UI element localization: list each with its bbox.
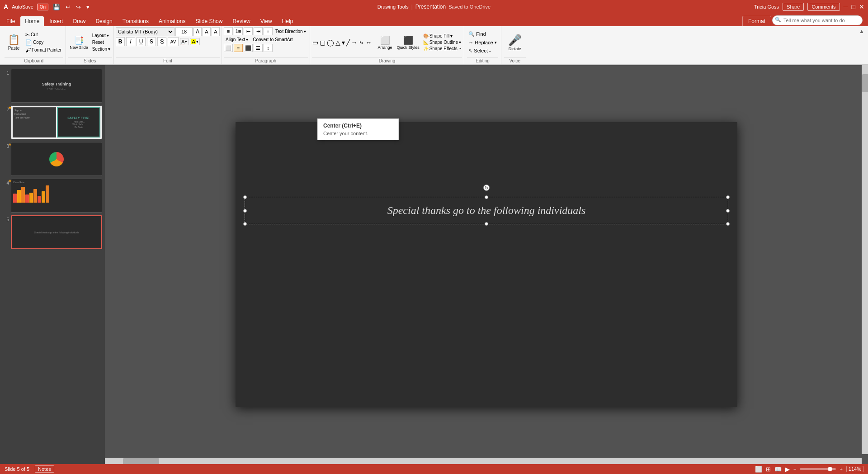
slide-item-1[interactable]: 1 Safety Training FABRICS, LLC (3, 69, 102, 103)
handle-ml[interactable] (243, 209, 247, 213)
autosave-toggle[interactable]: On (37, 4, 48, 10)
align-text-button[interactable]: Align Text▾ (224, 36, 250, 43)
char-spacing-button[interactable]: AV (168, 37, 179, 46)
shape-fill-button[interactable]: 🎨Shape Fill▾ (422, 33, 462, 39)
font-name-select[interactable]: Calisto MT (Body) (116, 27, 175, 36)
rect-tool[interactable]: ▭ (312, 38, 319, 47)
view-slide-sorter-icon[interactable]: ⊞ (766, 466, 771, 473)
handle-bl[interactable] (243, 222, 247, 226)
restore-button[interactable]: □ (852, 3, 855, 10)
save-icon[interactable]: 💾 (52, 3, 61, 11)
vertical-scrollbar[interactable] (862, 65, 868, 454)
minimize-button[interactable]: ─ (844, 3, 848, 10)
shape-outline-button[interactable]: 📐Shape Outline▾ (422, 39, 462, 45)
handle-bm[interactable] (485, 222, 488, 226)
user-name[interactable]: Tricia Goss (754, 4, 779, 9)
tab-insert[interactable]: Insert (45, 16, 67, 26)
slide-thumb-2[interactable]: Sign In Find a Seat Take out Paper SAFET… (11, 105, 102, 139)
shadow-button[interactable]: S (157, 37, 166, 46)
decrease-indent-button[interactable]: ⇤ (244, 27, 253, 35)
tab-slideshow[interactable]: Slide Show (191, 16, 227, 26)
handle-tm[interactable] (485, 195, 488, 199)
round-rect-tool[interactable]: ▢ (319, 38, 326, 47)
share-button[interactable]: Share (783, 3, 804, 11)
shape-effects-button[interactable]: ✨Shape Effects ~ (422, 46, 462, 52)
bent-arrow-tool[interactable]: ⤷ (359, 38, 365, 47)
decrease-font-button[interactable]: A (203, 27, 211, 36)
slide-thumb-4[interactable]: Close Rate (11, 179, 102, 213)
slide-item-3[interactable]: 3 ★ (3, 142, 102, 176)
text-direction-button[interactable]: Text Direction▾ (274, 28, 308, 35)
more-icon[interactable]: ▾ (85, 3, 90, 11)
circle-tool[interactable]: ◯ (326, 38, 335, 47)
view-normal-icon[interactable]: ⬜ (755, 466, 762, 473)
slide-item-4[interactable]: 4 ★ Close Rate (3, 179, 102, 213)
highlight-button[interactable]: A▾ (190, 38, 199, 45)
line-tool[interactable]: ╱ (346, 38, 350, 47)
clear-format-button[interactable]: A (212, 27, 220, 36)
zoom-in-icon[interactable]: + (840, 466, 842, 472)
slide-canvas[interactable]: ↻ Special thanks go to the following ind… (236, 122, 737, 407)
layout-button[interactable]: Layout▾ (91, 33, 112, 38)
copy-button[interactable]: 📄 Copy (24, 39, 63, 46)
slide-main-text[interactable]: Special thanks go to the following indiv… (250, 203, 723, 218)
zoom-slider[interactable] (800, 468, 836, 470)
zoom-out-icon[interactable]: − (793, 466, 796, 472)
double-arrow-tool[interactable]: ↔ (365, 38, 373, 47)
tab-review[interactable]: Review (228, 16, 255, 26)
tab-design[interactable]: Design (91, 16, 117, 26)
font-size-input[interactable] (175, 27, 193, 36)
tab-animations[interactable]: Animations (154, 16, 190, 26)
horizontal-scrollbar[interactable] (105, 458, 862, 464)
slide-thumb-5[interactable]: Special thanks go to the following indiv… (11, 215, 102, 249)
replace-button[interactable]: ↔Replace▾ (467, 39, 498, 46)
handle-br[interactable] (726, 222, 730, 226)
bold-button[interactable]: B (116, 37, 125, 46)
font-color-button[interactable]: A▾ (180, 38, 189, 45)
tab-home[interactable]: Home (20, 16, 44, 26)
format-painter-button[interactable]: 🖌 Format Painter (24, 47, 63, 54)
tab-view[interactable]: View (256, 16, 277, 26)
align-right-button[interactable]: ⬛ (244, 44, 253, 52)
search-input[interactable] (772, 15, 863, 25)
cut-button[interactable]: ✂ Cut (24, 31, 63, 38)
select-button[interactable]: ↖Select - (467, 47, 498, 55)
view-reading-icon[interactable]: 📖 (774, 466, 782, 473)
bullets-button[interactable]: ≡ (224, 27, 233, 35)
dictate-button[interactable]: 🎤 Dictate (505, 33, 524, 52)
canvas-area[interactable]: ↻ Special thanks go to the following ind… (105, 65, 868, 464)
slide-item-2[interactable]: 2 ★ Sign In Find a Seat Take out Paper S… (3, 105, 102, 139)
tab-draw[interactable]: Draw (68, 16, 90, 26)
undo-icon[interactable]: ↩ (65, 3, 71, 11)
quick-styles-button[interactable]: ⬛ Quick Styles (395, 34, 421, 51)
underline-button[interactable]: U (137, 37, 146, 46)
tab-transitions[interactable]: Transitions (118, 16, 153, 26)
more-shapes-tool[interactable]: ▾ (341, 38, 345, 47)
numbering-button[interactable]: 1≡ (234, 27, 243, 35)
section-button[interactable]: Section▾ (91, 46, 112, 52)
comments-button[interactable]: Comments (807, 3, 840, 11)
text-selection-box[interactable]: ↻ Special thanks go to the following ind… (245, 197, 728, 224)
strikethrough-button[interactable]: S (147, 37, 156, 46)
rotate-handle[interactable]: ↻ (483, 185, 490, 191)
paste-button[interactable]: 📋 Paste (5, 33, 23, 52)
zoom-level[interactable]: 114% (846, 466, 863, 472)
close-button[interactable]: ✕ (859, 3, 864, 10)
slide-thumb-1[interactable]: Safety Training FABRICS, LLC (11, 69, 102, 103)
collapse-ribbon-button[interactable]: ▲ (857, 26, 866, 64)
arrange-button[interactable]: ⬜ Arrange (376, 34, 394, 51)
handle-mr[interactable] (726, 209, 730, 213)
tab-help[interactable]: Help (278, 16, 298, 26)
increase-indent-button[interactable]: ⇥ (254, 27, 263, 35)
justify-button[interactable]: ☰ (254, 44, 263, 52)
increase-font-button[interactable]: A (193, 27, 202, 36)
slide-item-5[interactable]: 5 Special thanks go to the following ind… (3, 215, 102, 249)
slide-thumb-3[interactable] (11, 142, 102, 176)
align-center-button[interactable]: ≡ (234, 44, 243, 52)
tab-file[interactable]: File (2, 16, 19, 26)
notes-button[interactable]: Notes (35, 465, 54, 473)
line-spacing-button[interactable]: ↕ (264, 44, 273, 52)
italic-button[interactable]: I (126, 37, 135, 46)
view-slideshow-icon[interactable]: ▶ (785, 466, 790, 473)
find-button[interactable]: 🔍Find (467, 30, 498, 38)
